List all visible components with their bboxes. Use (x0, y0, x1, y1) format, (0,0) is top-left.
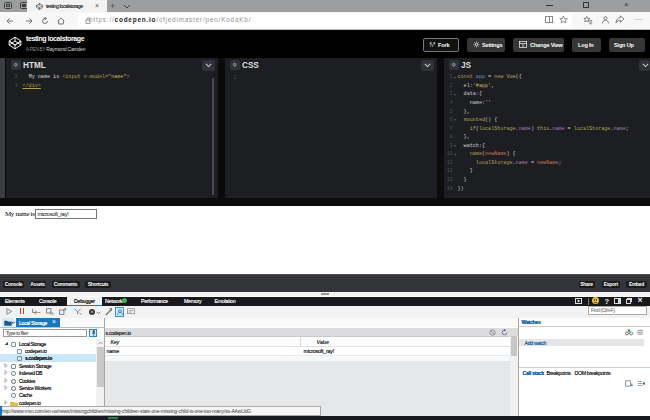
svg-text:n: n (91, 309, 93, 314)
